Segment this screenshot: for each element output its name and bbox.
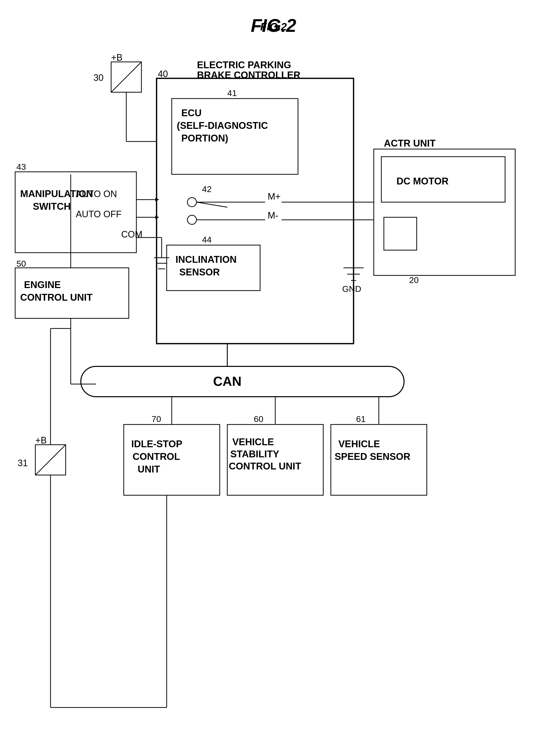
svg-line-4 [197,202,227,207]
label-44: 44 [202,235,212,244]
idle-stop-line2: CONTROL [133,451,180,462]
label-42: 42 [202,184,212,194]
label-20: 20 [409,275,419,285]
label-60: 60 [254,414,264,424]
power-bottom-label: +B [35,435,47,445]
label-61: 61 [356,414,366,424]
power-top-label: +B [111,52,123,63]
fig-title-svg: FIG.2 [260,21,286,33]
com-label: COM [121,229,143,240]
actr-unit-label: ACTR UNIT [384,138,436,149]
incl-sensor-line2: SENSOR [179,267,220,277]
label-43: 43 [16,162,26,172]
epb-title-line2: BRAKE CONTROLLER [197,70,300,80]
idle-stop-line1: IDLE-STOP [131,439,182,449]
svg-point-3 [187,215,197,224]
vss-line1: VEHICLE [338,439,380,449]
vsc-line1: VEHICLE [232,437,274,447]
manip-sw-line2: SWITCH [33,201,71,212]
ecu-line2: (SELF-DIAGNOSTIC [177,120,268,131]
engine-cu-line1: ENGINE [24,279,61,290]
ecu-line3: PORTION) [181,133,228,144]
svg-rect-38 [384,217,417,250]
diagram-container: FIG.2 text { font-family: Arial, sans-se… [0,0,547,756]
svg-point-2 [187,198,197,207]
mm-label: M- [268,210,278,221]
auto-on-label: AUTO ON [76,189,117,199]
dc-motor-label: DC MOTOR [396,176,448,186]
incl-sensor-line1: INCLINATION [176,254,237,265]
auto-off-label: AUTO OFF [76,209,122,219]
label-40: 40 [158,69,168,79]
vss-line2: SPEED SENSOR [334,451,410,462]
can-label-svg: CAN [213,374,242,389]
mp-label: M+ [268,191,280,202]
label-41: 41 [227,88,237,98]
idle-stop-line3: UNIT [138,464,160,475]
svg-rect-50 [227,424,323,495]
svg-rect-36 [374,149,515,275]
engine-cu-line2: CONTROL UNIT [20,292,92,303]
epb-title-line1: ELECTRIC PARKING [197,60,291,70]
gnd-label: GND [342,284,361,294]
label-30: 30 [93,73,104,83]
label-70: 70 [152,414,161,424]
label-50: 50 [16,259,26,268]
svg-rect-33 [81,366,404,397]
vsc-line3: CONTROL UNIT [229,461,301,471]
label-31: 31 [18,458,28,468]
ecu-line1: ECU [181,108,202,118]
vsc-line2: STABILITY [230,449,279,459]
